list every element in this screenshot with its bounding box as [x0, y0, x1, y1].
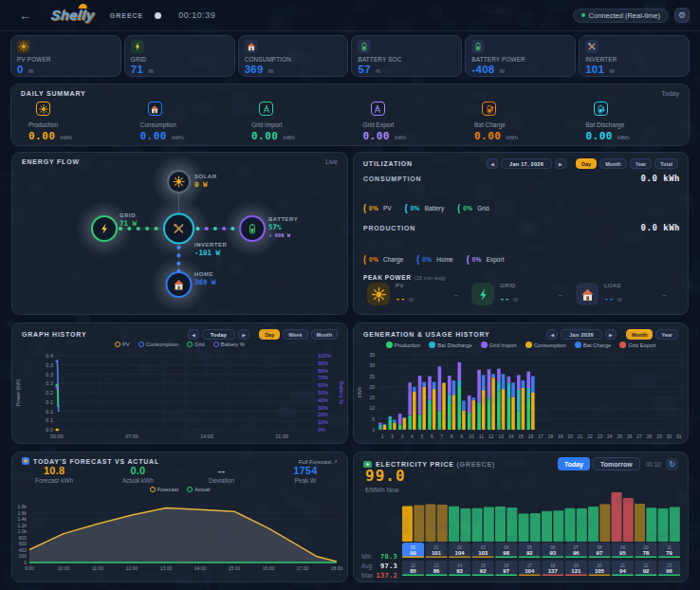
svg-text:400: 400	[19, 547, 28, 553]
svg-text:35: 35	[369, 352, 375, 358]
tower-icon	[371, 101, 385, 116]
price-hour-cell-13[interactable]: 13 86	[426, 561, 448, 576]
price-bar-05[interactable]	[460, 508, 470, 542]
price-bar-12[interactable]	[542, 511, 552, 542]
stat-card-pv-power[interactable]: PV POWER0W	[10, 35, 121, 77]
svg-text:2: 2	[391, 433, 394, 439]
price-bar-08[interactable]	[495, 507, 506, 542]
svg-text:08: 08	[597, 545, 602, 550]
price-bar-10[interactable]	[519, 513, 529, 542]
price-bar-01[interactable]	[414, 506, 424, 542]
price-bar-22[interactable]	[658, 508, 669, 542]
price-hour-cell-10[interactable]: 10 78	[636, 543, 657, 558]
price-hour-cell-19[interactable]: 19 121	[565, 561, 587, 576]
price-hour-cell-16[interactable]: 16 97	[495, 561, 517, 576]
svg-text:20: 20	[369, 384, 375, 390]
stat-value: 71	[131, 64, 143, 75]
price-hour-cell-22[interactable]: 22 92	[636, 561, 657, 576]
price-bar-04[interactable]	[449, 507, 459, 542]
svg-text:0.3: 0.3	[46, 380, 53, 386]
price-bar-03[interactable]	[437, 505, 448, 542]
svg-text:85: 85	[410, 568, 416, 574]
price-bar-00[interactable]	[402, 506, 413, 542]
price-bar-11[interactable]	[530, 513, 541, 542]
price-bar-07[interactable]	[484, 507, 494, 543]
price-hour-cell-18[interactable]: 18 137	[542, 561, 563, 576]
price-hour-cell-21[interactable]: 21 94	[612, 561, 634, 576]
price-bar-15[interactable]	[577, 508, 587, 542]
svg-text:01: 01	[434, 545, 440, 550]
price-bar-21[interactable]	[646, 507, 656, 542]
next-button[interactable]: ▶	[555, 158, 566, 169]
price-hour-cell-03[interactable]: 03 103	[472, 543, 494, 558]
summary-unit: kWh	[507, 135, 519, 140]
price-bar-17[interactable]	[599, 505, 610, 543]
price-bar-23[interactable]	[670, 507, 680, 543]
price-bar-20[interactable]	[635, 504, 645, 542]
price-bar-14[interactable]	[565, 508, 576, 542]
stat-card-grid[interactable]: GRID71W	[124, 35, 235, 77]
legend-brace-icon: (	[416, 253, 419, 265]
svg-text:20%: 20%	[318, 412, 328, 417]
svg-text:31: 31	[676, 433, 682, 439]
price-hour-cell-01[interactable]: 01 101	[426, 543, 448, 558]
settings-button[interactable]: ⚙	[674, 8, 690, 23]
stat-card-battery-power[interactable]: BATTERY POWER-408W	[465, 35, 576, 77]
svg-text:0%: 0%	[318, 427, 325, 433]
price-hour-cell-17[interactable]: 17 104	[519, 561, 541, 576]
price-hour-cell-14[interactable]: 14 93	[449, 561, 470, 576]
range-day[interactable]: Day	[576, 158, 597, 169]
price-hour-cell-04[interactable]: 04 98	[495, 543, 517, 558]
prev-button[interactable]: ◀	[487, 158, 498, 169]
range-month[interactable]: Month	[599, 158, 627, 169]
svg-text:30: 30	[369, 362, 375, 368]
price-hour-cell-11[interactable]: 11 79	[658, 543, 680, 558]
site-name: GREECE	[110, 12, 144, 19]
price-hour-cell-09[interactable]: 09 95	[612, 543, 634, 558]
price-hour-cell-12[interactable]: 12 85	[402, 561, 424, 576]
svg-text:14:00: 14:00	[200, 433, 213, 439]
stat-card-battery-soc[interactable]: BATTERY SOC57%	[351, 35, 462, 77]
price-bar-06[interactable]	[472, 508, 483, 542]
svg-text:18: 18	[548, 433, 554, 439]
util-legend-pv: ( 0% PV	[363, 203, 392, 212]
price-hour-cell-00[interactable]: 00 99	[402, 543, 424, 558]
stat-cards-row: PV POWER0WGRID71W CONSUMPTION369W BATTER…	[10, 35, 690, 77]
svg-text:15: 15	[518, 433, 524, 439]
range-total[interactable]: Total	[654, 158, 678, 169]
svg-text:92: 92	[526, 550, 533, 556]
house-icon	[247, 42, 256, 51]
price-bar-09[interactable]	[507, 507, 517, 542]
legend-label: Export	[487, 256, 505, 263]
sun-icon	[19, 42, 28, 51]
svg-text:13: 13	[498, 433, 504, 439]
price-bar-13[interactable]	[553, 510, 563, 542]
price-hour-cell-07[interactable]: 07 96	[565, 543, 587, 558]
price-bar-18[interactable]	[612, 492, 622, 542]
price-hour-cell-20[interactable]: 20 105	[588, 561, 610, 576]
svg-text:0.0: 0.0	[46, 427, 53, 433]
price-hour-cell-02[interactable]: 02 104	[449, 543, 470, 558]
price-hour-cell-08[interactable]: 08 97	[588, 543, 610, 558]
price-bar-19[interactable]	[623, 498, 634, 542]
back-button[interactable]: ←	[19, 9, 34, 23]
price-hour-cell-15[interactable]: 15 92	[472, 561, 494, 576]
price-bar-16[interactable]	[588, 507, 599, 542]
price-hour-cell-23[interactable]: 23 96	[658, 561, 680, 576]
summary-item-consumption: Consumption0.00kWh	[140, 101, 184, 142]
svg-text:03: 03	[481, 545, 487, 550]
date-display[interactable]: Jan 17, 2026	[501, 158, 552, 169]
price-bar-02[interactable]	[426, 505, 436, 543]
stat-label: BATTERY SOC	[358, 56, 455, 63]
stat-unit: W	[268, 68, 274, 74]
price-hour-cell-05[interactable]: 05 92	[519, 543, 541, 558]
svg-text:0 W: 0 W	[194, 180, 208, 189]
svg-text:98: 98	[503, 550, 509, 556]
battery-up-icon	[485, 104, 494, 114]
price-hour-cell-06[interactable]: 06 93	[542, 543, 563, 558]
stat-card-consumption[interactable]: CONSUMPTION369W	[238, 35, 349, 77]
stat-card-inverter[interactable]: INVERTER101W	[579, 35, 690, 77]
svg-text:23: 23	[598, 433, 603, 439]
range-year[interactable]: Year	[630, 158, 653, 169]
svg-text:24: 24	[607, 433, 613, 439]
